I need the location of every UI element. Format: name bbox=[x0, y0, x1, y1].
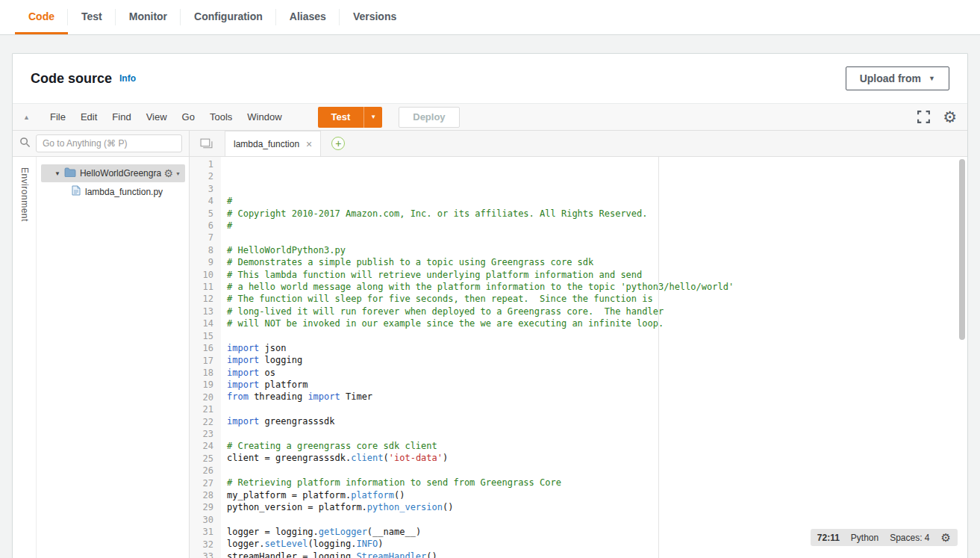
editor-menubar: ▲ File Edit Find View Go Tools Window Te… bbox=[13, 103, 967, 131]
menu-tools[interactable]: Tools bbox=[202, 108, 240, 125]
test-dropdown-button[interactable]: ▼ bbox=[363, 107, 382, 128]
cursor-position-value: 72:11 bbox=[817, 533, 840, 543]
line-numbers: 1234567891011121314151617181920212223242… bbox=[190, 157, 221, 558]
cursor-position[interactable]: 72:11 bbox=[817, 533, 840, 543]
tree-expand-icon[interactable]: ▼ bbox=[54, 170, 60, 177]
chevron-down-icon: ▼ bbox=[928, 75, 935, 82]
tab-list-icon[interactable] bbox=[197, 131, 216, 156]
tab-code[interactable]: Code bbox=[15, 0, 68, 34]
python-file-icon bbox=[72, 185, 81, 198]
tab-versions-label: Versions bbox=[353, 10, 396, 22]
function-tabs-bar: Code Test Monitor Configuration Aliases … bbox=[0, 0, 980, 35]
goto-anything-row bbox=[13, 131, 189, 157]
tree-file-row[interactable]: lambda_function.py bbox=[37, 184, 189, 199]
gear-glyph: ⚙ bbox=[164, 168, 174, 179]
tab-configuration-label: Configuration bbox=[194, 10, 263, 22]
folder-name: HelloWorldGreengra bbox=[80, 168, 161, 179]
fullscreen-icon[interactable] bbox=[917, 110, 931, 124]
language-mode[interactable]: Python bbox=[851, 533, 878, 543]
indent-setting[interactable]: Spaces: 4 bbox=[890, 533, 929, 543]
code-editor[interactable]: 1234567891011121314151617181920212223242… bbox=[190, 157, 967, 558]
tab-versions[interactable]: Versions bbox=[340, 0, 410, 34]
menubar-right-icons: ⚙ bbox=[917, 109, 957, 125]
editor-settings-gear-icon[interactable]: ⚙ bbox=[943, 109, 957, 125]
tree-folder-row[interactable]: ▼ HelloWorldGreengra ⚙ ▼ bbox=[41, 164, 185, 182]
menu-find[interactable]: Find bbox=[104, 108, 138, 125]
open-file-tab[interactable]: lambda_function × bbox=[225, 131, 321, 156]
editor-statusbar: 72:11 Python Spaces: 4 ⚙ bbox=[811, 529, 958, 546]
close-icon[interactable]: × bbox=[306, 139, 312, 149]
editor-scrollbar[interactable] bbox=[959, 159, 965, 340]
deploy-button[interactable]: Deploy bbox=[399, 107, 459, 128]
menu-edit[interactable]: Edit bbox=[73, 108, 104, 125]
test-split-button[interactable]: Test ▼ bbox=[318, 107, 383, 128]
collapse-menu-icon[interactable]: ▲ bbox=[23, 114, 43, 121]
menu-window[interactable]: Window bbox=[240, 108, 289, 125]
chevron-down-icon: ▼ bbox=[175, 171, 181, 176]
editor-tabs-row: lambda_function × + bbox=[190, 131, 967, 157]
open-file-tab-label: lambda_function bbox=[234, 139, 299, 149]
status-settings-gear-icon[interactable]: ⚙ bbox=[941, 532, 951, 543]
tab-configuration[interactable]: Configuration bbox=[181, 0, 276, 34]
editor-workspace: Environment ▼ HelloWorldGreengra ⚙ ▼ bbox=[13, 131, 967, 558]
upload-from-label: Upload from bbox=[860, 72, 921, 84]
new-tab-plus-icon[interactable]: + bbox=[331, 137, 345, 150]
tab-aliases-label: Aliases bbox=[290, 10, 326, 22]
folder-icon bbox=[64, 167, 76, 179]
info-link[interactable]: Info bbox=[119, 73, 136, 84]
editor-column: lambda_function × + 12345678910111213141… bbox=[190, 131, 967, 558]
test-button-label[interactable]: Test bbox=[318, 107, 364, 128]
folder-settings-gear-icon[interactable]: ⚙ ▼ bbox=[164, 168, 181, 179]
tab-code-label: Code bbox=[28, 10, 54, 22]
environment-strip: Environment bbox=[13, 157, 37, 558]
tab-test[interactable]: Test bbox=[68, 0, 116, 34]
tab-test-label: Test bbox=[81, 10, 102, 22]
upload-from-button[interactable]: Upload from ▼ bbox=[846, 66, 949, 90]
code-lines[interactable]: ## Copyright 2010-2017 Amazon.com, Inc. … bbox=[221, 157, 967, 558]
tab-aliases[interactable]: Aliases bbox=[276, 0, 340, 34]
file-name: lambda_function.py bbox=[85, 187, 163, 197]
panel-header: Code source Info Upload from ▼ bbox=[13, 54, 967, 103]
gear-glyph: ⚙ bbox=[943, 109, 957, 125]
environment-tab[interactable]: Environment bbox=[19, 167, 30, 558]
deploy-button-label: Deploy bbox=[413, 111, 445, 123]
sidebar-body: Environment ▼ HelloWorldGreengra ⚙ ▼ bbox=[13, 157, 189, 558]
page-title: Code source bbox=[31, 71, 112, 87]
editor-sidebar: Environment ▼ HelloWorldGreengra ⚙ ▼ bbox=[13, 131, 190, 558]
code-source-panel: Code source Info Upload from ▼ ▲ File Ed… bbox=[12, 53, 968, 558]
tab-monitor-label: Monitor bbox=[129, 10, 167, 22]
file-tree: ▼ HelloWorldGreengra ⚙ ▼ bbox=[37, 157, 189, 558]
tab-monitor[interactable]: Monitor bbox=[116, 0, 181, 34]
menu-go[interactable]: Go bbox=[175, 108, 202, 125]
search-icon bbox=[19, 137, 31, 151]
menu-file[interactable]: File bbox=[43, 108, 73, 125]
chevron-down-icon: ▼ bbox=[370, 114, 376, 120]
print-margin bbox=[658, 157, 659, 558]
goto-anything-input[interactable] bbox=[36, 134, 182, 152]
menu-view[interactable]: View bbox=[139, 108, 175, 125]
